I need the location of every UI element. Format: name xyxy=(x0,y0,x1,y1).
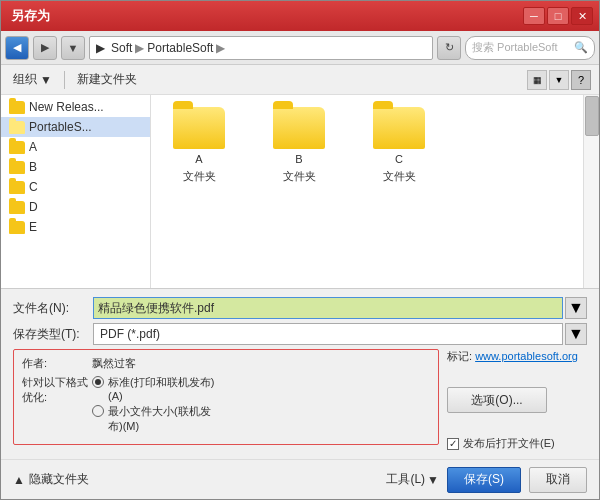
sidebar-item-label: D xyxy=(29,200,38,214)
sidebar: New Releas... PortableS... A B C D xyxy=(1,95,151,288)
folder-icon xyxy=(9,121,25,134)
sidebar-item-a[interactable]: A xyxy=(1,137,150,157)
radio-minimum-label: 最小文件大小(联机发布)(M) xyxy=(108,404,211,434)
save-button[interactable]: 保存(S) xyxy=(447,467,521,493)
title-bar: 另存为 ─ □ ✕ xyxy=(1,1,599,31)
grid-view-button[interactable]: ▦ xyxy=(527,70,547,90)
optimize-row: 针对以下格式优化: 标准(打印和联机发布)(A) 最小文件大小(联机发布)(M) xyxy=(22,375,430,434)
scrollbar-thumb[interactable] xyxy=(585,96,599,136)
detail-panel: 作者: 飘然过客 针对以下格式优化: 标准(打印和联机发布)(A) 最小文件大小… xyxy=(13,349,439,445)
filename-dropdown[interactable]: ▼ xyxy=(565,297,587,319)
new-folder-button[interactable]: 新建文件夹 xyxy=(73,69,141,90)
maximize-button[interactable]: □ xyxy=(547,7,569,25)
list-view-button[interactable]: ▼ xyxy=(549,70,569,90)
folder-icon-large xyxy=(273,107,325,149)
file-type: 文件夹 xyxy=(383,169,416,183)
sidebar-item-label: New Releas... xyxy=(29,100,104,114)
filetype-select-wrapper: PDF (*.pdf) ▼ xyxy=(93,323,587,345)
main-content: New Releas... PortableS... A B C D xyxy=(1,95,599,288)
sidebar-item-portablesoft[interactable]: PortableS... xyxy=(1,117,150,137)
organize-label: 组织 xyxy=(13,71,37,88)
folder-icon xyxy=(9,161,25,174)
hide-folders-label: 隐藏文件夹 xyxy=(29,471,89,488)
radio-minimum-dot[interactable] xyxy=(92,405,104,417)
breadcrumb-portablesoft[interactable]: PortableSoft xyxy=(147,41,213,55)
checkbox-label: 发布后打开文件(E) xyxy=(463,436,555,451)
close-button[interactable]: ✕ xyxy=(571,7,593,25)
organize-button[interactable]: 组织 ▼ xyxy=(9,69,56,90)
search-icon: 🔍 xyxy=(574,41,588,54)
hide-folders-button[interactable]: ▲ 隐藏文件夹 xyxy=(13,471,89,488)
author-label: 作者: xyxy=(22,356,92,371)
file-item-a[interactable]: A 文件夹 xyxy=(159,103,239,188)
tag-value: www.portablesoft.org xyxy=(475,350,578,362)
refresh-button[interactable]: ↻ xyxy=(437,36,461,60)
sidebar-item-label: A xyxy=(29,140,37,154)
sidebar-item-label: E xyxy=(29,220,37,234)
tag-label: 标记: xyxy=(447,350,472,362)
filetype-row: 保存类型(T): PDF (*.pdf) ▼ xyxy=(13,323,587,345)
filename-input[interactable] xyxy=(93,297,563,319)
view-icons: ▦ ▼ ? xyxy=(527,70,591,90)
action-bar: ▲ 隐藏文件夹 工具(L) ▼ 保存(S) 取消 xyxy=(1,459,599,499)
filename-label: 文件名(N): xyxy=(13,300,93,317)
file-type: 文件夹 xyxy=(283,169,316,183)
filetype-display[interactable]: PDF (*.pdf) xyxy=(93,323,563,345)
right-panel: 标记: www.portablesoft.org 选项(O)... 发布后打开文… xyxy=(447,349,587,451)
sidebar-item-e[interactable]: E xyxy=(1,217,150,237)
optimize-label: 针对以下格式优化: xyxy=(22,375,92,405)
tools-arrow-icon: ▼ xyxy=(427,473,439,487)
back-button[interactable]: ◀ xyxy=(5,36,29,60)
filename-row: 文件名(N): ▼ xyxy=(13,297,587,319)
minimize-button[interactable]: ─ xyxy=(523,7,545,25)
breadcrumb-arrow2: ▶ xyxy=(216,41,225,55)
folder-icon-large xyxy=(373,107,425,149)
folder-icon-large xyxy=(173,107,225,149)
radio-minimum[interactable]: 最小文件大小(联机发布)(M) xyxy=(92,404,214,434)
window-controls: ─ □ ✕ xyxy=(523,7,593,25)
filetype-label: 保存类型(T): xyxy=(13,326,93,343)
scrollbar[interactable] xyxy=(583,95,599,288)
new-folder-label: 新建文件夹 xyxy=(77,71,137,88)
cancel-button[interactable]: 取消 xyxy=(529,467,587,493)
filetype-dropdown[interactable]: ▼ xyxy=(565,323,587,345)
folder-icon xyxy=(9,141,25,154)
window-title: 另存为 xyxy=(7,7,50,25)
forward-button[interactable]: ▶ xyxy=(33,36,57,60)
radio-standard[interactable]: 标准(打印和联机发布)(A) xyxy=(92,375,214,402)
author-row: 作者: 飘然过客 xyxy=(22,356,430,371)
sidebar-item-b[interactable]: B xyxy=(1,157,150,177)
search-box[interactable]: 搜索 PortableSoft 🔍 xyxy=(465,36,595,60)
detail-area: 作者: 飘然过客 针对以下格式优化: 标准(打印和联机发布)(A) 最小文件大小… xyxy=(13,349,587,451)
checkbox-open-after-publish[interactable]: 发布后打开文件(E) xyxy=(447,436,587,451)
breadcrumb[interactable]: ▶ Soft ▶ PortableSoft ▶ xyxy=(89,36,433,60)
refresh-icon: ↻ xyxy=(445,41,454,54)
checkbox-icon[interactable] xyxy=(447,438,459,450)
tools-button[interactable]: 工具(L) ▼ xyxy=(386,471,439,488)
toolbar: 组织 ▼ 新建文件夹 ▦ ▼ ? xyxy=(1,65,599,95)
file-item-b[interactable]: B 文件夹 xyxy=(259,103,339,188)
folder-icon xyxy=(9,201,25,214)
breadcrumb-root: ▶ xyxy=(96,41,105,55)
save-as-dialog: 另存为 ─ □ ✕ ◀ ▶ ▼ ▶ Soft ▶ PortableSoft ▶ … xyxy=(0,0,600,500)
file-item-c[interactable]: C 文件夹 xyxy=(359,103,439,188)
radio-standard-label: 标准(打印和联机发布)(A) xyxy=(108,375,214,402)
author-value: 飘然过客 xyxy=(92,356,136,371)
breadcrumb-soft[interactable]: Soft xyxy=(111,41,132,55)
sidebar-item-c[interactable]: C xyxy=(1,177,150,197)
tools-label: 工具(L) xyxy=(386,471,425,488)
sidebar-item-label: B xyxy=(29,160,37,174)
action-right: 工具(L) ▼ 保存(S) 取消 xyxy=(386,467,587,493)
sidebar-item-label: C xyxy=(29,180,38,194)
hide-arrow-icon: ▲ xyxy=(13,473,25,487)
sidebar-item-d[interactable]: D xyxy=(1,197,150,217)
file-type: 文件夹 xyxy=(183,169,216,183)
tag-row: 标记: www.portablesoft.org xyxy=(447,349,587,364)
options-button[interactable]: 选项(O)... xyxy=(447,387,547,413)
radio-standard-dot[interactable] xyxy=(92,376,104,388)
help-button[interactable]: ? xyxy=(571,70,591,90)
file-name: A xyxy=(195,152,202,166)
sidebar-item-newrelease[interactable]: New Releas... xyxy=(1,97,150,117)
dropdown-button[interactable]: ▼ xyxy=(61,36,85,60)
sidebar-item-label: PortableS... xyxy=(29,120,92,134)
